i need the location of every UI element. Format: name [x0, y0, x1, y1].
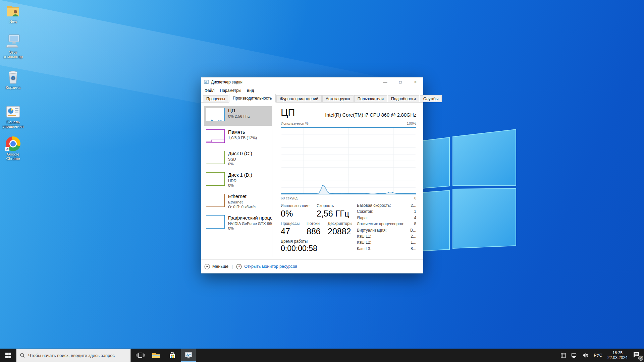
stat-usage-label: Использование — [281, 203, 310, 208]
tab-strip: Процессы Производительность Журнал прило… — [201, 94, 423, 103]
desktop-icon-google-chrome[interactable]: ↗ Google Chrome — [1, 135, 25, 161]
notification-badge: 2 — [638, 356, 643, 361]
tab-users[interactable]: Пользователи — [354, 95, 387, 102]
cpu-mini-graph — [206, 108, 225, 121]
tab-services[interactable]: Службы — [420, 95, 442, 102]
menu-view[interactable]: Вид — [244, 87, 257, 94]
spec-label: Базовая скорость: — [357, 203, 391, 209]
stat-processes-label: Процессы — [281, 221, 300, 226]
tab-details[interactable]: Подробности — [388, 95, 419, 102]
action-center-button[interactable]: 2 — [633, 351, 641, 359]
graph-x-axis-label: 60 секунд — [281, 196, 298, 200]
sidebar-item-ethernet[interactable]: Ethernet Ethernet О: 0 П: 0 кбит/с — [204, 192, 272, 212]
tray-time: 16:35 — [607, 351, 628, 355]
task-manager-window: Диспетчер задач — □ × Файл Параметры Вид… — [201, 77, 423, 274]
close-button[interactable]: × — [408, 77, 423, 87]
task-manager-icon — [184, 352, 193, 359]
stat-handles-value: 20882 — [328, 227, 351, 236]
tab-startup[interactable]: Автозагрузка — [322, 95, 354, 102]
desktop: New Этот компьютер ♻ Корзина — [0, 0, 644, 362]
desktop-icon-new-folder[interactable]: New — [1, 3, 25, 24]
stat-threads-value: 886 — [307, 227, 321, 236]
sidebar-item-disk1[interactable]: Диск 1 (D:) HDD 0% — [204, 171, 272, 190]
menu-bar: Файл Параметры Вид — [201, 87, 423, 94]
recycle-bin-icon: ♻ — [1, 69, 25, 84]
sidebar-item-memory[interactable]: Память 1,0/8,0 ГБ (12%) — [204, 128, 272, 147]
file-explorer-button[interactable] — [149, 349, 164, 362]
stat-uptime-value: 0:00:00:58 — [281, 244, 317, 253]
sidebar-item-gpu[interactable]: Графический процессор 0 NVIDIA GeForce G… — [204, 214, 272, 233]
tray-date: 22.03.2024 — [607, 355, 628, 360]
desktop-icon-label: Этот компьютер — [1, 50, 25, 59]
tab-performance[interactable]: Производительность — [229, 94, 275, 103]
cpu-usage-graph — [281, 127, 416, 194]
stat-processes-value: 47 — [281, 227, 290, 236]
graph-max-label: 100% — [407, 121, 416, 125]
task-manager-taskbar-button[interactable] — [181, 349, 196, 362]
sidebar-divider — [272, 105, 272, 257]
spec-value: 2... — [411, 234, 416, 240]
device-full-name: Intel(R) Core(TM) i7 CPU 860 @ 2.80GHz — [325, 112, 416, 118]
desktop-icon-label: Корзина — [1, 85, 25, 90]
task-view-button[interactable] — [133, 349, 148, 362]
desktop-icon-control-panel[interactable]: Панель управления — [1, 103, 25, 129]
stat-speed-value: 2,56 ГГц — [317, 209, 349, 219]
gpu-mini-graph — [206, 215, 225, 229]
spec-label: Ядра: — [357, 216, 368, 222]
start-button[interactable] — [0, 349, 16, 362]
clock[interactable]: 16:35 22.03.2024 — [607, 351, 628, 360]
cpu-detail-panel: ЦП Intel(R) Core(TM) i7 CPU 860 @ 2.80GH… — [281, 103, 416, 259]
footer-separator: | — [232, 264, 233, 269]
spec-label: Логических процессоров: — [357, 222, 404, 228]
tray-grid-icon[interactable] — [561, 353, 566, 358]
menu-file[interactable]: Файл — [202, 87, 217, 94]
spec-label: Кэш L2: — [357, 240, 371, 246]
desktop-icon-recycle-bin[interactable]: ♻ Корзина — [1, 69, 25, 90]
search-input[interactable] — [28, 353, 127, 358]
menu-options[interactable]: Параметры — [217, 87, 244, 94]
maximize-button[interactable]: □ — [393, 77, 408, 87]
window-title: Диспетчер задач — [211, 80, 243, 84]
microsoft-store-button[interactable] — [165, 349, 180, 362]
taskbar-search[interactable] — [16, 349, 131, 362]
computer-icon — [1, 34, 25, 49]
graph-zero-label: 0 — [414, 196, 416, 200]
network-icon[interactable] — [571, 353, 577, 358]
disk0-mini-graph — [206, 151, 225, 164]
minimize-button[interactable]: — — [378, 77, 393, 87]
sidebar-item-disk0[interactable]: Диск 0 (C:) SSD 0% — [204, 149, 272, 169]
spec-value: В... — [410, 228, 416, 234]
desktop-icon-label: New — [1, 19, 25, 24]
tab-processes[interactable]: Процессы — [203, 95, 228, 102]
spec-label: Кэш L3: — [357, 246, 371, 252]
spec-value: 8 — [414, 222, 416, 228]
stat-handles-label: Дескрипторы — [328, 221, 352, 226]
folder-user-icon — [1, 3, 25, 18]
stat-threads-label: Потоки — [307, 221, 320, 226]
graph-y-axis-label: Используется % — [281, 121, 309, 125]
spec-label: Кэш L1: — [357, 234, 371, 240]
chrome-icon: ↗ — [1, 135, 25, 151]
stat-uptime-label: Время работы — [281, 239, 308, 244]
spec-value: 4 — [414, 216, 416, 222]
open-resource-monitor-link[interactable]: Открыть монитор ресурсов — [244, 264, 297, 269]
volume-icon[interactable] — [582, 353, 589, 358]
device-title: ЦП — [281, 107, 295, 118]
stat-speed-label: Скорость — [317, 203, 334, 208]
spec-value: 1... — [411, 240, 416, 246]
desktop-icon-label: Google Chrome — [1, 152, 25, 161]
title-bar[interactable]: Диспетчер задач — □ × — [201, 77, 423, 87]
windows-start-icon — [5, 353, 11, 358]
fewer-details-button[interactable]: Меньше — [204, 264, 228, 269]
tab-app-history[interactable]: Журнал приложений — [276, 95, 322, 102]
sidebar-item-cpu[interactable]: ЦП 0% 2,56 ГГц — [204, 106, 272, 126]
cpu-spec-list: Базовая скорость:2... Сокетов:1 Ядра:4 Л… — [357, 203, 416, 252]
control-panel-icon — [1, 103, 25, 119]
performance-content: ЦП 0% 2,56 ГГц Память 1,0/8,0 ГБ (12%) — [201, 103, 423, 259]
taskbar: РУС 16:35 22.03.2024 2 — [0, 349, 644, 362]
spec-value: 2... — [411, 203, 416, 209]
chevron-up-circle-icon — [204, 264, 210, 269]
task-manager-footer: Меньше | Открыть монитор ресурсов — [201, 259, 423, 273]
desktop-icon-this-pc[interactable]: Этот компьютер — [1, 34, 25, 59]
language-indicator[interactable]: РУС — [594, 353, 602, 358]
